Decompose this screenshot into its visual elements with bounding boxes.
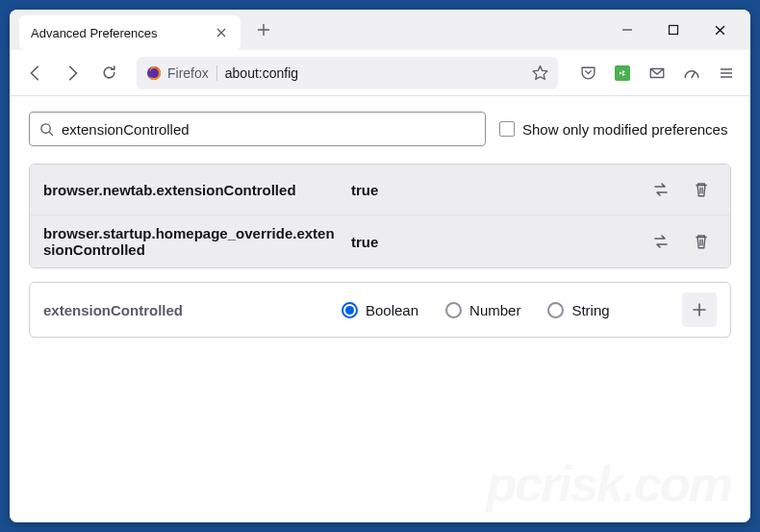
reload-button[interactable] (92, 57, 125, 89)
show-modified-checkbox[interactable]: Show only modified preferences (499, 121, 727, 138)
identity-box[interactable]: Firefox (146, 65, 217, 81)
radio-label: Number (469, 302, 520, 318)
search-box[interactable] (29, 112, 486, 146)
identity-label: Firefox (167, 65, 209, 81)
add-pref-button[interactable] (682, 292, 717, 327)
tab-close-icon[interactable] (214, 25, 229, 40)
app-menu-icon[interactable] (712, 59, 741, 88)
search-input[interactable] (62, 121, 475, 138)
titlebar: Advanced Preferences (10, 10, 750, 50)
watermark: pcrisk.com (486, 455, 731, 513)
toolbar-icons (573, 59, 741, 88)
pref-table: browser.newtab.extensionControlled true … (29, 164, 731, 268)
radio-label: String (571, 302, 609, 318)
firefox-logo-icon (146, 65, 162, 81)
forward-button[interactable] (56, 57, 89, 89)
pref-row[interactable]: browser.newtab.extensionControlled true (30, 165, 730, 215)
tab-title: Advanced Preferences (31, 26, 214, 40)
toggle-button[interactable] (646, 174, 676, 205)
pref-value: true (351, 234, 636, 250)
back-button[interactable] (19, 57, 52, 89)
minimize-button[interactable] (612, 14, 643, 45)
url-bar[interactable]: Firefox about:config (137, 57, 558, 89)
type-radios: Boolean Number String (342, 302, 682, 318)
window-close-button[interactable] (704, 14, 735, 45)
search-icon (39, 122, 54, 137)
delete-button[interactable] (686, 174, 717, 205)
radio-boolean[interactable]: Boolean (342, 302, 418, 318)
radio-icon (342, 302, 358, 318)
delete-button[interactable] (686, 226, 717, 257)
svg-rect-0 (670, 26, 678, 35)
pref-name: browser.newtab.extensionControlled (43, 182, 342, 198)
checkbox-icon (499, 121, 515, 137)
nav-toolbar: Firefox about:config (10, 50, 750, 96)
checkbox-label: Show only modified preferences (522, 121, 727, 138)
bookmark-star-icon[interactable] (532, 64, 548, 81)
radio-string[interactable]: String (547, 302, 609, 318)
tab-active[interactable]: Advanced Preferences (19, 15, 241, 50)
search-row: Show only modified preferences (29, 112, 731, 146)
maximize-button[interactable] (658, 14, 689, 45)
url-text: about:config (225, 65, 524, 81)
window-controls (612, 14, 750, 45)
extension-icon[interactable] (608, 59, 637, 88)
mail-icon[interactable] (643, 59, 671, 88)
pref-name: browser.startup.homepage_override.extens… (43, 225, 342, 258)
radio-icon (445, 302, 462, 318)
about-config-content: pcrisk.com Show only modified preference… (10, 96, 750, 522)
dashboard-icon[interactable] (677, 59, 706, 88)
new-tab-button[interactable] (250, 16, 277, 43)
new-pref-row: extensionControlled Boolean Number Strin… (29, 282, 731, 338)
pocket-icon[interactable] (573, 59, 602, 88)
toggle-button[interactable] (646, 226, 676, 257)
pref-value: true (351, 182, 636, 198)
new-pref-name: extensionControlled (43, 302, 342, 318)
radio-number[interactable]: Number (445, 302, 520, 318)
radio-icon (547, 302, 564, 318)
browser-window: Advanced Preferences (10, 10, 750, 522)
radio-label: Boolean (366, 302, 418, 318)
pref-row[interactable]: browser.startup.homepage_override.extens… (30, 215, 730, 267)
svg-point-2 (41, 123, 50, 132)
